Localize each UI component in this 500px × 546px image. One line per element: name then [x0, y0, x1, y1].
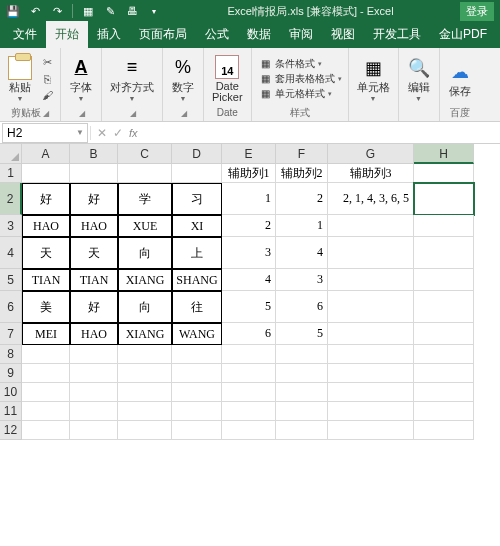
cell[interactable]: 好 [70, 183, 118, 215]
dialog-launcher-icon[interactable]: ◢ [130, 109, 136, 118]
col-header[interactable]: H [414, 144, 474, 164]
cell[interactable]: 4 [276, 237, 328, 269]
cell[interactable]: 2, 1, 4, 3, 6, 5 [328, 183, 414, 215]
cell[interactable] [414, 291, 474, 323]
row-header[interactable]: 1 [0, 164, 22, 183]
cell[interactable]: TIAN [22, 269, 70, 291]
cell[interactable]: XUE [118, 215, 172, 237]
col-header[interactable]: E [222, 144, 276, 164]
cell[interactable] [414, 364, 474, 383]
cell[interactable]: 5 [276, 323, 328, 345]
cell[interactable] [276, 383, 328, 402]
tab-powerpivot[interactable]: Power Pivot [496, 24, 500, 48]
login-button[interactable]: 登录 [460, 2, 494, 21]
save-icon[interactable]: 💾 [6, 4, 20, 18]
cell[interactable]: 上 [172, 237, 222, 269]
cell[interactable]: 1 [222, 183, 276, 215]
name-box[interactable]: H2▼ [2, 123, 88, 143]
col-header[interactable]: C [118, 144, 172, 164]
row-header[interactable]: 4 [0, 237, 22, 269]
cell[interactable] [414, 183, 474, 215]
spreadsheet-grid[interactable]: ABCDEFGH1辅助列1辅助列2辅助列32好好学习122, 1, 4, 3, … [0, 144, 500, 440]
cell[interactable] [118, 383, 172, 402]
cell[interactable] [70, 345, 118, 364]
cell[interactable] [172, 402, 222, 421]
cell[interactable] [22, 421, 70, 440]
cell[interactable] [118, 364, 172, 383]
col-header[interactable]: F [276, 144, 328, 164]
cell[interactable] [222, 421, 276, 440]
cell[interactable]: 1 [276, 215, 328, 237]
cell[interactable] [328, 383, 414, 402]
cell[interactable] [414, 215, 474, 237]
cell[interactable] [328, 345, 414, 364]
cell[interactable] [328, 237, 414, 269]
cell[interactable]: XIANG [118, 323, 172, 345]
cell[interactable] [22, 345, 70, 364]
dialog-launcher-icon[interactable]: ◢ [79, 109, 85, 118]
tab-formula[interactable]: 公式 [196, 21, 238, 48]
cell[interactable] [172, 383, 222, 402]
cell[interactable]: 习 [172, 183, 222, 215]
undo-icon[interactable]: ↶ [28, 4, 42, 18]
enter-icon[interactable]: ✓ [113, 126, 123, 140]
conditional-format-button[interactable]: ▦条件格式▾ [260, 57, 342, 71]
cell[interactable] [70, 383, 118, 402]
copy-icon[interactable]: ⎘ [40, 72, 54, 86]
cell[interactable]: 好 [22, 183, 70, 215]
cell[interactable]: HAO [70, 323, 118, 345]
cancel-icon[interactable]: ✕ [97, 126, 107, 140]
cell[interactable] [118, 345, 172, 364]
cell[interactable] [222, 402, 276, 421]
cell[interactable] [414, 345, 474, 364]
cell[interactable] [328, 421, 414, 440]
cell[interactable]: 辅助列2 [276, 164, 328, 183]
formula-input[interactable] [144, 123, 500, 143]
tab-pdf[interactable]: 金山PDF [430, 21, 496, 48]
cell[interactable]: 学 [118, 183, 172, 215]
tab-file[interactable]: 文件 [4, 21, 46, 48]
redo-icon[interactable]: ↷ [50, 4, 64, 18]
cell[interactable]: 2 [222, 215, 276, 237]
cell[interactable] [276, 402, 328, 421]
baidu-save-button[interactable]: ☁保存 [446, 58, 474, 99]
tab-data[interactable]: 数据 [238, 21, 280, 48]
align-button[interactable]: ≡对齐方式▼ [108, 54, 156, 104]
edit-button[interactable]: 🔍编辑▼ [405, 54, 433, 104]
dialog-launcher-icon[interactable]: ◢ [181, 109, 187, 118]
col-header[interactable]: G [328, 144, 414, 164]
cell[interactable]: 3 [276, 269, 328, 291]
tab-view[interactable]: 视图 [322, 21, 364, 48]
cell[interactable]: XIANG [118, 269, 172, 291]
tab-insert[interactable]: 插入 [88, 21, 130, 48]
format-painter-icon[interactable]: 🖌 [40, 88, 54, 102]
cell[interactable] [172, 364, 222, 383]
row-header[interactable]: 7 [0, 323, 22, 345]
cell[interactable]: 6 [276, 291, 328, 323]
cell[interactable]: WANG [172, 323, 222, 345]
cell[interactable]: 5 [222, 291, 276, 323]
cell[interactable] [70, 364, 118, 383]
cell[interactable] [172, 345, 222, 364]
cell[interactable]: 好 [70, 291, 118, 323]
cell[interactable] [276, 364, 328, 383]
tab-dev[interactable]: 开发工具 [364, 21, 430, 48]
cell[interactable]: 天 [22, 237, 70, 269]
table-format-button[interactable]: ▦套用表格格式▾ [260, 72, 342, 86]
cell-style-button[interactable]: ▦单元格样式▾ [260, 87, 342, 101]
col-header[interactable]: B [70, 144, 118, 164]
cell[interactable] [70, 421, 118, 440]
cell[interactable]: SHANG [172, 269, 222, 291]
cell[interactable]: 辅助列1 [222, 164, 276, 183]
cell[interactable] [328, 402, 414, 421]
cell[interactable] [414, 269, 474, 291]
cell[interactable] [22, 402, 70, 421]
cell[interactable]: 辅助列3 [328, 164, 414, 183]
cell[interactable]: 向 [118, 237, 172, 269]
cell[interactable] [276, 345, 328, 364]
row-header[interactable]: 10 [0, 383, 22, 402]
dialog-launcher-icon[interactable]: ◢ [43, 109, 49, 118]
print-icon[interactable]: 🖶 [125, 4, 139, 18]
cell[interactable]: TIAN [70, 269, 118, 291]
cell[interactable] [70, 164, 118, 183]
